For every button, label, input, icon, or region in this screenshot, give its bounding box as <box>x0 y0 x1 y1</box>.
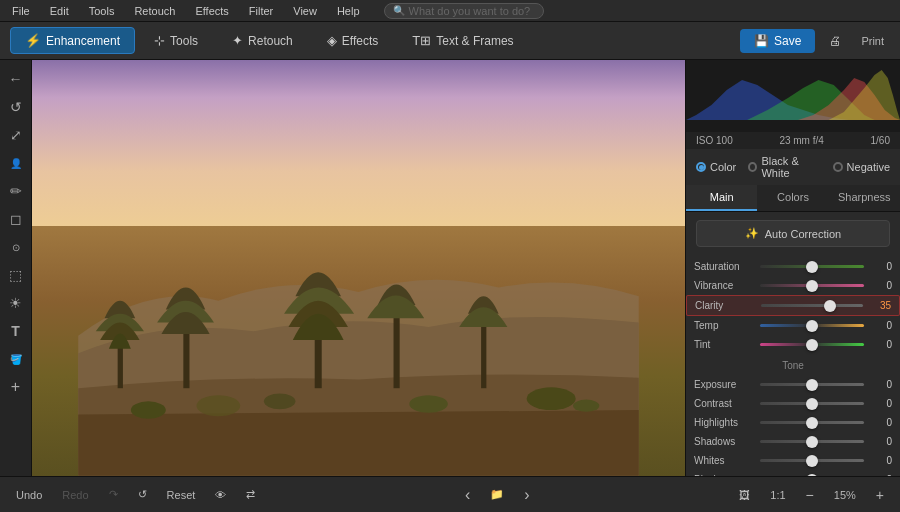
mode-bw-radio[interactable] <box>748 162 757 172</box>
tint-label: Tint <box>694 339 754 350</box>
exposure-thumb[interactable] <box>806 379 818 391</box>
mode-negative[interactable]: Negative <box>833 155 890 179</box>
mode-negative-radio[interactable] <box>833 162 843 172</box>
save-label: Save <box>774 34 801 48</box>
tab-effects[interactable]: ◈ Effects <box>312 27 393 54</box>
vibrance-thumb[interactable] <box>806 280 818 292</box>
menu-search-box[interactable]: 🔍 What do you want to do? <box>384 3 544 19</box>
temp-track[interactable] <box>760 324 864 327</box>
person-tool[interactable]: 👤 <box>3 150 29 176</box>
exif-shutter: 1/60 <box>871 135 890 146</box>
slider-tint: Tint 0 <box>686 335 900 354</box>
save-button[interactable]: 💾 Save <box>740 29 815 53</box>
menu-filter[interactable]: Filter <box>245 3 277 19</box>
print-button[interactable]: 🖨 <box>821 29 849 53</box>
saturation-thumb[interactable] <box>806 261 818 273</box>
shadows-track[interactable] <box>760 440 864 443</box>
folder-icon[interactable]: 📁 <box>484 485 510 504</box>
bottom-toolbar: Undo Redo ↷ ↺ Reset 👁 ⇄ ‹ 📁 › 🖼 1:1 − 15… <box>0 476 900 512</box>
blacks-thumb[interactable] <box>806 474 818 477</box>
tools-icon: ⊹ <box>154 33 165 48</box>
text-tool[interactable]: T <box>3 318 29 344</box>
undo-button[interactable]: Undo <box>10 486 48 504</box>
zoom-out-icon[interactable]: − <box>800 484 820 506</box>
print-icon: 🖨 <box>829 34 841 48</box>
subtab-colors[interactable]: Colors <box>757 185 828 211</box>
highlights-label: Highlights <box>694 417 754 428</box>
exposure-track[interactable] <box>760 383 864 386</box>
add-tool[interactable]: + <box>3 374 29 400</box>
tint-track[interactable] <box>760 343 864 346</box>
print-label[interactable]: Print <box>855 32 890 50</box>
slider-whites: Whites 0 <box>686 451 900 470</box>
canvas-area[interactable] <box>32 60 685 476</box>
zoom-in-icon[interactable]: + <box>870 484 890 506</box>
contrast-track[interactable] <box>760 402 864 405</box>
menu-retouch[interactable]: Retouch <box>130 3 179 19</box>
auto-correction-button[interactable]: ✨ Auto Correction <box>696 220 890 247</box>
slider-blacks: Blacks 0 <box>686 470 900 476</box>
brightness-tool[interactable]: ☀ <box>3 290 29 316</box>
subtab-sharpness[interactable]: Sharpness <box>829 185 900 211</box>
rotate-tool[interactable]: ↺ <box>3 94 29 120</box>
tab-tools[interactable]: ⊹ Tools <box>139 27 213 54</box>
tab-retouch[interactable]: ✦ Retouch <box>217 27 308 54</box>
menu-effects[interactable]: Effects <box>191 3 232 19</box>
mode-color-radio[interactable] <box>696 162 706 172</box>
landscape-svg <box>32 143 685 476</box>
menu-tools[interactable]: Tools <box>85 3 119 19</box>
sliders-section: Saturation 0 Vibrance 0 Clarity <box>686 255 900 356</box>
saturation-value: 0 <box>870 261 892 272</box>
vibrance-track[interactable] <box>760 284 864 287</box>
zoom-pct: 15% <box>828 486 862 504</box>
compare-icon[interactable]: ⇄ <box>240 485 261 504</box>
image-icon: 🖼 <box>733 486 756 504</box>
tone-sliders-section: Exposure 0 Contrast 0 Highlights 0 <box>686 373 900 476</box>
mode-negative-label: Negative <box>847 161 890 173</box>
menu-view[interactable]: View <box>289 3 321 19</box>
back-tool[interactable]: ← <box>3 66 29 92</box>
tab-text-frames[interactable]: T⊞ Text & Frames <box>397 27 528 54</box>
search-icon: 🔍 <box>393 5 405 16</box>
nav-prev[interactable]: ‹ <box>459 483 476 507</box>
mode-color[interactable]: Color <box>696 155 736 179</box>
temp-thumb[interactable] <box>806 320 818 332</box>
nav-next[interactable]: › <box>518 483 535 507</box>
highlights-track[interactable] <box>760 421 864 424</box>
menu-edit[interactable]: Edit <box>46 3 73 19</box>
paint-tool[interactable]: 🪣 <box>3 346 29 372</box>
select-tool[interactable]: ⬚ <box>3 262 29 288</box>
menu-file[interactable]: File <box>8 3 34 19</box>
tint-thumb[interactable] <box>806 339 818 351</box>
highlights-thumb[interactable] <box>806 417 818 429</box>
saturation-track[interactable] <box>760 265 864 268</box>
whites-track[interactable] <box>760 459 864 462</box>
vibrance-label: Vibrance <box>694 280 754 291</box>
subtab-main[interactable]: Main <box>686 185 757 211</box>
blacks-value: 0 <box>870 474 892 476</box>
slider-highlights: Highlights 0 <box>686 413 900 432</box>
redeye-tool[interactable]: ⊙ <box>3 234 29 260</box>
eye-icon[interactable]: 👁 <box>209 486 232 504</box>
mode-bw[interactable]: Black & White <box>748 155 820 179</box>
transform-tool[interactable]: ⤢ <box>3 122 29 148</box>
tint-value: 0 <box>870 339 892 350</box>
shadows-thumb[interactable] <box>806 436 818 448</box>
clarity-track[interactable] <box>761 304 863 307</box>
tab-enhancement-label: Enhancement <box>46 34 120 48</box>
reset-rotate-icon[interactable]: ↺ <box>132 485 153 504</box>
reset-button[interactable]: Reset <box>161 486 202 504</box>
redo-arrow-icon: ↷ <box>103 485 124 504</box>
tab-enhancement[interactable]: ⚡ Enhancement <box>10 27 135 54</box>
clarity-thumb[interactable] <box>824 300 836 312</box>
contrast-thumb[interactable] <box>806 398 818 410</box>
brush-tool[interactable]: ✏ <box>3 178 29 204</box>
whites-value: 0 <box>870 455 892 466</box>
exposure-value: 0 <box>870 379 892 390</box>
zoom-ratio[interactable]: 1:1 <box>764 486 791 504</box>
menu-help[interactable]: Help <box>333 3 364 19</box>
eraser-tool[interactable]: ◻ <box>3 206 29 232</box>
redo-button[interactable]: Redo <box>56 486 94 504</box>
svg-point-6 <box>264 394 296 410</box>
whites-thumb[interactable] <box>806 455 818 467</box>
